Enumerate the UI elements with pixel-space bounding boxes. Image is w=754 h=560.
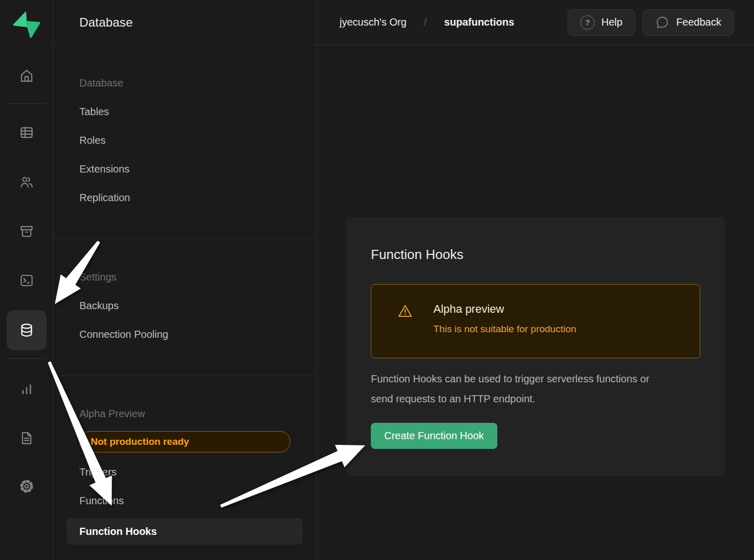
storage-icon[interactable]: [14, 219, 39, 244]
help-button-label: Help: [601, 16, 622, 28]
sidebar-section-settings: Settings Backups Connection Pooling: [53, 239, 316, 376]
sidebar-item-connection-pooling[interactable]: Connection Pooling: [53, 320, 316, 349]
sidebar-item-tables[interactable]: Tables: [53, 97, 316, 126]
alpha-preview-alert: Alpha preview This is not suitable for p…: [371, 284, 700, 358]
sidebar-title: Database: [53, 0, 316, 45]
topbar-actions: ? Help Feedback: [568, 9, 734, 36]
help-question-icon: ?: [580, 15, 595, 30]
breadcrumb-project[interactable]: supafunctions: [444, 16, 514, 28]
card-title: Function Hooks: [371, 246, 700, 263]
docs-icon[interactable]: [14, 426, 39, 450]
database-sidebar: Database Database Tables Roles Extension…: [53, 0, 317, 560]
topbar: jyecusch's Org / supafunctions ? Help Fe…: [317, 0, 754, 45]
table-editor-icon[interactable]: [14, 120, 39, 145]
section-label: Settings: [53, 263, 316, 291]
feedback-button[interactable]: Feedback: [642, 9, 734, 36]
feedback-bubble-icon: [655, 15, 669, 30]
reports-icon[interactable]: [14, 377, 39, 401]
function-hooks-card: Function Hooks Alpha preview This is not…: [346, 217, 725, 476]
breadcrumb-separator: /: [424, 16, 427, 28]
breadcrumb-org[interactable]: jyecusch's Org: [340, 16, 407, 28]
app-window: Database Database Tables Roles Extension…: [0, 0, 754, 560]
sidebar-item-function-hooks[interactable]: Function Hooks: [67, 518, 303, 545]
auth-users-icon[interactable]: [14, 170, 39, 195]
database-icon[interactable]: [7, 310, 47, 350]
sidebar-item-functions[interactable]: Functions: [53, 486, 316, 515]
sidebar-item-backups[interactable]: Backups: [53, 291, 316, 320]
sql-editor-icon[interactable]: [14, 268, 39, 293]
alert-description: This is not suitable for production: [433, 324, 576, 335]
main-area: jyecusch's Org / supafunctions ? Help Fe…: [317, 0, 754, 560]
sidebar-item-extensions[interactable]: Extensions: [53, 155, 316, 183]
section-label: Database: [53, 69, 316, 97]
supabase-logo-icon[interactable]: [13, 11, 40, 38]
icon-rail: [0, 0, 53, 560]
sidebar-item-replication[interactable]: Replication: [53, 183, 316, 212]
breadcrumb: jyecusch's Org / supafunctions: [340, 16, 514, 28]
card-description: Function Hooks can be used to trigger se…: [371, 369, 658, 409]
sidebar-section-database: Database Tables Roles Extensions Replica…: [53, 45, 316, 239]
home-icon[interactable]: [14, 63, 39, 88]
feedback-button-label: Feedback: [676, 16, 721, 28]
not-production-ready-badge: Not production ready: [79, 431, 290, 453]
sidebar-item-triggers[interactable]: Triggers: [53, 458, 316, 486]
alert-title: Alpha preview: [433, 303, 576, 316]
sidebar-section-alpha-preview: Alpha Preview Not production ready Trigg…: [53, 376, 316, 560]
warning-triangle-icon: [397, 304, 413, 319]
rail-divider: [7, 358, 46, 359]
help-button[interactable]: ? Help: [568, 9, 635, 36]
settings-gear-icon[interactable]: [14, 474, 39, 499]
section-label: Alpha Preview: [53, 399, 316, 428]
rail-divider: [7, 103, 46, 104]
alert-body: Alpha preview This is not suitable for p…: [433, 303, 576, 358]
create-function-hook-button[interactable]: Create Function Hook: [371, 423, 497, 449]
sidebar-item-roles[interactable]: Roles: [53, 126, 316, 155]
